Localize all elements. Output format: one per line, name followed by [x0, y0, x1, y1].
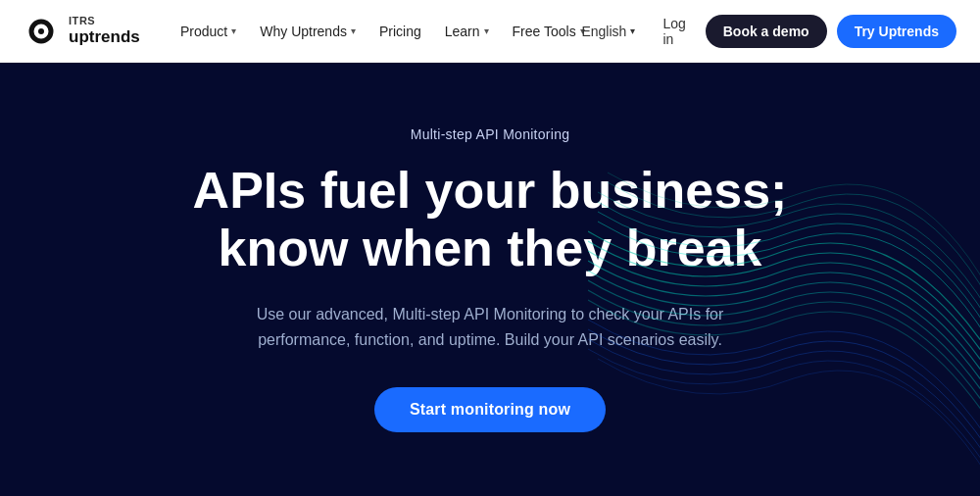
nav-item-learn[interactable]: Learn ▾ [435, 18, 499, 45]
logo-text: ITRS uptrends [69, 15, 140, 48]
logo-uptrends-label: uptrends [69, 27, 140, 47]
hero-title: APIs fuel your business; know when they … [157, 162, 823, 279]
logo-icon [24, 14, 59, 49]
nav-item-pricing[interactable]: Pricing [369, 18, 431, 45]
language-selector[interactable]: English ▾ [573, 19, 643, 44]
hero-eyebrow: Multi-step API Monitoring [411, 126, 570, 142]
svg-point-2 [38, 28, 44, 34]
main-nav: Product ▾ Why Uptrends ▾ Pricing Learn ▾… [171, 18, 595, 45]
chevron-down-icon: ▾ [231, 25, 236, 36]
nav-item-product[interactable]: Product ▾ [171, 18, 246, 45]
header: ITRS uptrends Product ▾ Why Uptrends ▾ P… [0, 0, 980, 63]
hero-cta-button[interactable]: Start monitoring now [374, 387, 606, 432]
chevron-down-icon: ▾ [484, 25, 489, 36]
hero-subtitle: Use our advanced, Multi-step API Monitor… [235, 302, 745, 352]
hero-section: Multi-step API Monitoring APIs fuel your… [0, 63, 980, 496]
chevron-down-icon: ▾ [351, 25, 356, 36]
chevron-down-icon: ▾ [630, 25, 635, 36]
logo[interactable]: ITRS uptrends [24, 14, 171, 49]
nav-item-why-uptrends[interactable]: Why Uptrends ▾ [250, 18, 366, 45]
try-uptrends-button[interactable]: Try Uptrends [837, 15, 956, 48]
book-demo-button[interactable]: Book a demo [706, 15, 827, 48]
login-button[interactable]: Log in [653, 11, 695, 52]
logo-itrs-label: ITRS [69, 15, 140, 27]
header-right: English ▾ Log in Book a demo Try Uptrend… [595, 11, 956, 52]
